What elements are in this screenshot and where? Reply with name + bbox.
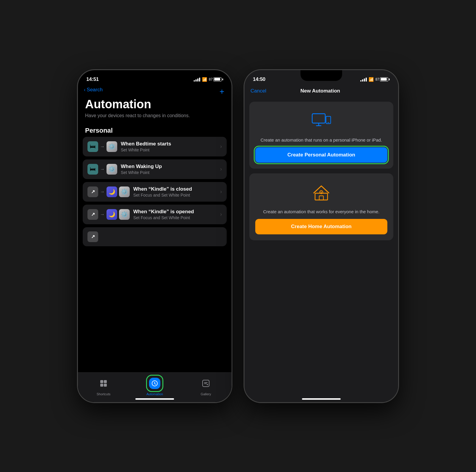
arrow-icon-4: →	[100, 212, 105, 217]
partial-icon: ↗	[87, 231, 98, 242]
tab-shortcuts[interactable]: Shortcuts	[93, 376, 114, 396]
battery-2: 87	[375, 77, 390, 81]
home-card-desc: Create an automation that works for ever…	[263, 208, 379, 215]
item-subtitle-kindle-opened: Set Focus and Set White Point	[133, 215, 194, 220]
home-indicator-1	[135, 398, 174, 400]
svg-rect-1	[104, 380, 107, 383]
back-button-1[interactable]: ‹ Search	[84, 87, 103, 93]
svg-point-15	[321, 192, 322, 193]
status-bar-1: 14:51 📶 87	[78, 70, 231, 86]
status-icons-2: 📶 87	[360, 77, 390, 82]
back-label-1: Search	[87, 87, 103, 93]
chevron-right-3: ›	[220, 189, 222, 195]
phone-1-screen: 14:51 📶 87	[78, 70, 231, 402]
shortcuts-icon	[96, 376, 111, 391]
svg-rect-7	[312, 114, 325, 123]
page-title: Automation	[85, 98, 224, 111]
status-time-2: 14:50	[253, 76, 265, 82]
new-automation-title: New Automation	[300, 88, 340, 94]
signal-bars-2	[360, 77, 367, 81]
automation-list: 🛏 → ⚙️ When Bedtime starts Set White Poi…	[78, 137, 231, 249]
devices-icon	[311, 110, 332, 131]
automation-tab-icon	[147, 376, 162, 391]
item-title-bedtime: When Bedtime starts	[121, 141, 171, 147]
status-bar-2: 14:50 📶 87	[245, 70, 398, 86]
gallery-icon	[198, 376, 214, 391]
phone-1: 14:51 📶 87	[77, 70, 232, 403]
home-indicator-2	[302, 398, 341, 400]
home-icon	[311, 182, 332, 203]
home-automation-card: Create an automation that works for ever…	[249, 173, 393, 240]
page-subtitle: Have your devices react to changes in co…	[85, 112, 224, 119]
create-home-automation-button[interactable]: Create Home Automation	[255, 219, 387, 234]
chevron-right-4: ›	[220, 211, 222, 217]
cancel-button[interactable]: Cancel	[250, 88, 266, 94]
status-time-1: 14:51	[86, 76, 99, 82]
signal-bars-1	[194, 77, 200, 81]
settings-icon-3: ⚙️	[119, 186, 130, 197]
wifi-icon-2: 📶	[369, 77, 374, 82]
svg-rect-13	[319, 196, 323, 200]
tab-gallery-label: Gallery	[201, 392, 211, 396]
add-button[interactable]: +	[220, 87, 224, 96]
battery-percent-2: 87	[375, 77, 379, 81]
item-subtitle-kindle-closed: Set Focus and Set White Point	[133, 193, 192, 197]
svg-point-6	[207, 384, 208, 385]
battery-percent-1: 87	[209, 77, 213, 81]
settings-icon-1: ⚙️	[107, 141, 117, 152]
personal-automation-card: Create an automation that runs on a pers…	[249, 102, 393, 169]
phone-2-screen: 14:50 📶 87 Cancel	[245, 70, 398, 402]
automation-cards: Create an automation that runs on a pers…	[245, 97, 398, 245]
chevron-right-1: ›	[220, 143, 222, 150]
app-icon-1: ↗	[87, 186, 98, 197]
bed-icon-2: 🛏	[87, 164, 98, 175]
item-title-waking: When Waking Up	[121, 164, 162, 170]
tab-gallery[interactable]: Gallery	[195, 376, 216, 396]
automation-item-partial[interactable]: ↗	[83, 227, 227, 246]
chevron-right-2: ›	[220, 166, 222, 172]
tab-automation-label: Automation	[146, 392, 163, 396]
tab-shortcuts-label: Shortcuts	[97, 392, 110, 396]
item-subtitle-bedtime: Set White Point	[121, 148, 171, 152]
nav-bar-1: ‹ Search	[78, 86, 231, 95]
status-icons-1: 📶 87	[194, 77, 223, 82]
moon-icon-2: 🌙	[107, 209, 117, 220]
automation-item-bedtime[interactable]: 🛏 → ⚙️ When Bedtime starts Set White Poi…	[83, 137, 227, 156]
svg-rect-2	[100, 384, 103, 387]
new-automation-nav: Cancel New Automation	[245, 86, 398, 97]
app-icon-2: ↗	[87, 209, 98, 220]
svg-rect-3	[104, 384, 107, 387]
section-title: Personal	[78, 123, 231, 137]
tab-automation[interactable]: Automation	[144, 376, 165, 396]
battery-1: 87	[209, 77, 223, 81]
svg-rect-12	[315, 193, 328, 200]
item-title-kindle-closed: When “Kindle” is closed	[133, 186, 192, 192]
settings-icon-4: ⚙️	[119, 209, 130, 220]
personal-card-desc: Create an automation that runs on a pers…	[261, 137, 382, 143]
personal-icon-area	[311, 109, 332, 133]
svg-rect-0	[100, 380, 103, 383]
item-title-kindle-opened: When “Kindle” is opened	[133, 209, 194, 215]
bed-icon-1: 🛏	[87, 141, 98, 152]
settings-icon-2: ⚙️	[107, 164, 117, 175]
tab-bar: Shortcuts Automation	[78, 372, 231, 402]
back-chevron-1: ‹	[84, 87, 85, 92]
create-personal-automation-button[interactable]: Create Personal Automation	[255, 147, 387, 163]
item-subtitle-waking: Set White Point	[121, 170, 162, 175]
wifi-icon-1: 📶	[202, 77, 207, 82]
page-header: Automation Have your devices react to ch…	[78, 95, 231, 123]
automation-item-waking[interactable]: 🛏 → ⚙️ When Waking Up Set White Point ›	[83, 159, 227, 179]
automation-item-kindle-closed[interactable]: ↗ → 🌙 ⚙️ When “Kindle” is closed Set Foc…	[83, 182, 227, 202]
phone-2: 14:50 📶 87 Cancel	[244, 70, 399, 403]
home-icon-area	[311, 181, 332, 204]
arrow-icon-2: →	[100, 167, 105, 172]
arrow-icon-3: →	[100, 189, 105, 195]
moon-icon-1: 🌙	[107, 186, 117, 197]
automation-item-kindle-opened[interactable]: ↗ → 🌙 ⚙️ When “Kindle” is opened Set Foc…	[83, 205, 227, 224]
arrow-icon-1: →	[100, 144, 105, 149]
